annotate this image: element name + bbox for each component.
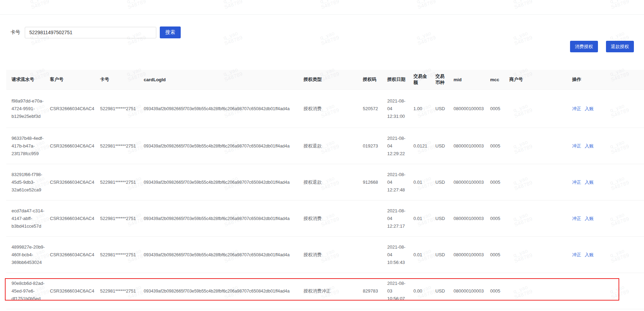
column-header-ops: 操作 — [572, 76, 644, 83]
cell-card_log_id: 093439af2b0982665f703e59b55c4b28fbf6c206… — [144, 142, 304, 150]
cell-customer_no: CSR32666034C6AC4 — [50, 251, 100, 259]
cell-mid: 080000100003 — [454, 142, 490, 150]
cell-currency: USD — [435, 287, 454, 295]
table-body: f98a97dd-e70a-4724-9591-b129e25ebf3dCSR3… — [6, 90, 644, 309]
cell-card_no: 522981******2751 — [100, 215, 144, 222]
cell-mcc: 0005 — [490, 287, 509, 295]
reverse-link[interactable]: 冲正 — [572, 143, 581, 149]
search-toolbar: 卡号 搜索 — [10, 26, 181, 38]
cell-auth_type: 授权消费 — [304, 105, 363, 113]
row-actions: 冲正入账 — [572, 179, 644, 186]
cell-mid: 080000100003 — [454, 179, 490, 186]
reverse-link[interactable]: 冲正 — [572, 252, 581, 257]
watermark-line1: q_yao — [512, 30, 529, 41]
column-header-currency: 交易币种 — [435, 73, 454, 86]
table-row-highlighted: 90e8cb6d-82ad-45ed-97e6-df1751b0b5edCSR3… — [6, 273, 644, 309]
cell-customer_no: CSR32666034C6AC4 — [50, 215, 100, 222]
cell-mcc: 0005 — [490, 215, 509, 222]
search-button[interactable]: 搜索 — [160, 26, 181, 38]
posting-link[interactable]: 入账 — [585, 252, 594, 257]
cell-auth_type: 授权退款 — [304, 142, 363, 150]
watermark-line1: q_yao — [319, 30, 336, 41]
watermark-line2: S48789 — [224, 35, 244, 46]
cell-card_log_id: 093439af2b0982665f703e59b55c4b28fbf6c206… — [144, 251, 304, 259]
cell-card_no: 522981******2751 — [100, 105, 144, 113]
watermark-line1: q_yao — [609, 30, 626, 41]
row-actions: 冲正入账 — [572, 251, 644, 259]
table-row: 96337b48-4edf-417b-b47a-23f178fcc959CSR3… — [6, 128, 644, 164]
watermark: q_yaoS48789 — [416, 29, 437, 46]
posting-link[interactable]: 入账 — [585, 180, 594, 185]
row-actions: 冲正入账 — [572, 105, 644, 113]
cell-auth_date: 2021-08-04 12:27:17 — [387, 207, 413, 230]
cell-auth_date: 2021-08-04 12:31:00 — [387, 97, 413, 120]
watermark-line2: S48789 — [320, 35, 340, 46]
cell-auth_code: 520572 — [363, 105, 387, 113]
column-header-request_no: 请求流水号 — [6, 76, 50, 83]
cell-mcc: 0005 — [490, 105, 509, 113]
cell-card_no: 522981******2751 — [100, 179, 144, 186]
cell-mid: 080000100003 — [454, 105, 490, 113]
cell-currency: USD — [435, 215, 454, 222]
cell-auth_code: 019273 — [363, 142, 387, 150]
cell-auth_type: 授权消费 — [304, 215, 363, 222]
cell-mcc: 0005 — [490, 142, 509, 150]
cell-auth_code: 829783 — [363, 287, 387, 295]
table-row: ecd7da47-c314-4147-abff-b3bd41cce57dCSR3… — [6, 200, 644, 237]
watermark: q_yaoS48789 — [319, 29, 340, 46]
card-number-label: 卡号 — [10, 29, 20, 36]
column-header-auth_type: 授权类型 — [304, 76, 363, 83]
column-header-auth_code: 授权码 — [363, 76, 387, 83]
column-header-merchant_no: 商户号 — [509, 76, 572, 83]
cell-auth_type: 授权退款 — [304, 179, 363, 186]
cell-currency: USD — [435, 142, 454, 150]
authorization-table: 请求流水号客户号卡号cardLogId授权类型授权码授权日期交易金额交易币种mi… — [6, 70, 644, 309]
watermark-line2: S48789 — [417, 35, 437, 46]
cell-auth_date: 2021-08-03 10:56:07 — [387, 280, 413, 303]
cell-customer_no: CSR32666034C6AC4 — [50, 105, 100, 113]
column-header-amount: 交易金额 — [413, 73, 435, 86]
top-nav-bar — [0, 0, 644, 15]
cell-amount: 0.0121 — [413, 142, 435, 150]
cell-customer_no: CSR32666034C6AC4 — [50, 179, 100, 186]
refund-auth-button[interactable]: 退款授权 — [606, 41, 634, 52]
posting-link[interactable]: 入账 — [585, 143, 594, 149]
card-number-input[interactable] — [25, 27, 156, 38]
column-header-customer_no: 客户号 — [50, 76, 100, 83]
reverse-link[interactable]: 冲正 — [572, 106, 581, 111]
table-row: f98a97dd-e70a-4724-9591-b129e25ebf3dCSR3… — [6, 90, 644, 128]
table-row: 4899827e-20b9-460f-bcb4-369bb6453024CSR3… — [6, 237, 644, 273]
cell-amount: 0.00 — [413, 287, 435, 295]
cell-auth_date: 2021-08-04 10:56:43 — [387, 243, 413, 266]
cell-card_log_id: 093439af2b0982665f703e59b55c4b28fbf6c206… — [144, 287, 304, 295]
column-header-mcc: mcc — [490, 77, 509, 82]
cell-request_no: 96337b48-4edf-417b-b47a-23f178fcc959 — [6, 135, 50, 158]
cell-auth_code: 912668 — [363, 179, 387, 186]
row-actions: 冲正入账 — [572, 215, 644, 222]
cell-mid: 080000100003 — [454, 251, 490, 259]
column-header-card_no: 卡号 — [100, 76, 144, 83]
reverse-link[interactable]: 冲正 — [572, 216, 581, 221]
watermark-line1: q_yao — [416, 30, 432, 41]
row-actions: 冲正入账 — [572, 142, 644, 150]
cell-card_log_id: 093439af2b0982665f703e59b55c4b28fbf6c206… — [144, 105, 304, 113]
cell-amount: 1.00 — [413, 105, 435, 113]
cell-currency: USD — [435, 251, 454, 259]
table-row: 83291f66-f798-45d5-9db3-32a61ce52ca9CSR3… — [6, 164, 644, 200]
cell-card_log_id: 093439af2b0982665f703e59b55c4b28fbf6c206… — [144, 179, 304, 186]
reverse-link[interactable]: 冲正 — [572, 180, 581, 185]
cell-amount: 0.01 — [413, 215, 435, 222]
cell-mcc: 0005 — [490, 251, 509, 259]
posting-link[interactable]: 入账 — [585, 106, 594, 111]
cell-auth_type: 授权消费冲正 — [304, 287, 363, 295]
posting-link[interactable]: 入账 — [585, 216, 594, 221]
cell-mid: 080000100003 — [454, 287, 490, 295]
cell-request_no: 90e8cb6d-82ad-45ed-97e6-df1751b0b5ed — [6, 280, 50, 303]
table-header-row: 请求流水号客户号卡号cardLogId授权类型授权码授权日期交易金额交易币种mi… — [6, 70, 644, 90]
watermark-line2: S48789 — [514, 35, 533, 46]
consume-auth-button[interactable]: 消费授权 — [570, 41, 598, 52]
column-header-mid: mid — [454, 77, 490, 82]
cell-card_no: 522981******2751 — [100, 142, 144, 150]
cell-amount: 0.01 — [413, 251, 435, 259]
cell-mid: 080000100003 — [454, 215, 490, 222]
